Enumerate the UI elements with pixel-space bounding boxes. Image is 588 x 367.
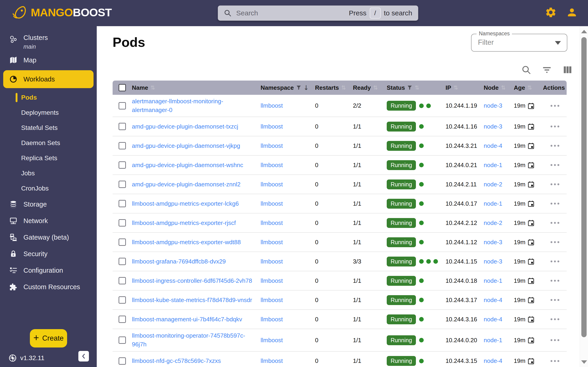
column-header-node[interactable]: Node⇅ — [484, 84, 514, 91]
pod-namespace-link[interactable]: llmboost — [260, 162, 283, 168]
status-badge[interactable]: Running — [387, 199, 416, 209]
pod-namespace-link[interactable]: llmboost — [260, 297, 283, 303]
sidebar-item-cronjobs[interactable]: CronJobs — [0, 181, 97, 196]
status-badge[interactable]: Running — [387, 237, 416, 247]
pod-name-link[interactable]: amd-gpu-device-plugin-daemonset-znnl2 — [132, 181, 241, 188]
row-checkbox[interactable] — [119, 102, 126, 109]
scroll-down-arrow-icon[interactable] — [581, 360, 587, 364]
status-badge[interactable]: Running — [387, 122, 416, 132]
pod-namespace-link[interactable]: llmboost — [260, 277, 283, 284]
column-header-age[interactable]: Age⇅ — [514, 84, 543, 91]
sidebar-item-stateful-sets[interactable]: Stateful Sets — [0, 120, 97, 135]
row-checkbox[interactable] — [119, 142, 126, 150]
pod-name-link[interactable]: llmboost-nfd-gc-c578c569c-7xzxs — [132, 357, 221, 364]
status-badge[interactable]: Running — [387, 218, 416, 228]
pod-namespace-link[interactable]: llmboost — [260, 123, 283, 130]
pod-name-link[interactable]: alertmanager-llmboost-monitoring-alertma… — [132, 98, 223, 113]
filter-funnel-icon[interactable] — [407, 85, 412, 90]
sort-icon[interactable]: ⇅ — [373, 84, 378, 91]
pod-node-link[interactable]: node-1 — [484, 162, 502, 168]
pod-node-link[interactable]: node-1 — [484, 337, 502, 344]
column-header-ready[interactable]: Ready⇅ — [353, 84, 387, 91]
pod-node-link[interactable]: node-4 — [484, 297, 502, 303]
column-header-name[interactable]: Name⇅ — [132, 84, 260, 91]
row-checkbox[interactable] — [119, 238, 126, 246]
status-badge[interactable]: Running — [387, 179, 416, 189]
pod-node-link[interactable]: node-1 — [484, 277, 502, 284]
status-badge[interactable]: Running — [387, 160, 416, 170]
sort-icon[interactable]: ⇅ — [527, 84, 532, 91]
sidebar-item-gateway[interactable]: Gateway (beta) — [0, 229, 97, 246]
pod-node-link[interactable]: node-4 — [484, 316, 502, 323]
pod-name-link[interactable]: amd-gpu-device-plugin-daemonset-vjkpg — [132, 142, 240, 149]
pod-namespace-link[interactable]: llmboost — [260, 219, 283, 226]
pod-namespace-link[interactable]: llmboost — [260, 200, 283, 207]
pod-node-link[interactable]: node-4 — [484, 142, 502, 149]
sidebar-item-jobs[interactable]: Jobs — [0, 166, 97, 181]
row-actions-menu[interactable] — [543, 105, 567, 107]
row-actions-menu[interactable] — [543, 145, 567, 147]
pod-name-link[interactable]: amd-gpu-device-plugin-daemonset-txzcj — [132, 123, 238, 130]
status-badge[interactable]: Running — [387, 335, 416, 345]
pod-name-link[interactable]: llmboost-ingress-controller-6df67f45d6-2… — [132, 277, 252, 284]
row-checkbox[interactable] — [119, 258, 126, 265]
row-checkbox[interactable] — [119, 181, 126, 188]
select-all-checkbox[interactable] — [119, 84, 126, 91]
pod-node-link[interactable]: node-4 — [484, 357, 502, 364]
sidebar-item-pods[interactable]: Pods — [0, 90, 97, 105]
row-checkbox[interactable] — [119, 296, 126, 304]
pod-name-link[interactable]: llmboost-management-ui-7b4f64c7-bdqkv — [132, 316, 242, 323]
filter-funnel-icon[interactable] — [296, 85, 301, 90]
pod-namespace-link[interactable]: llmboost — [260, 316, 283, 323]
column-header-namespace[interactable]: Namespace ↓ — [260, 84, 315, 92]
row-actions-menu[interactable] — [543, 280, 567, 282]
sidebar-item-storage[interactable]: Storage — [0, 196, 97, 213]
row-checkbox[interactable] — [119, 336, 126, 344]
pod-node-link[interactable]: node-3 — [484, 102, 502, 109]
pod-namespace-link[interactable]: llmboost — [260, 357, 283, 364]
sidebar-item-security[interactable]: Security — [0, 246, 97, 262]
sort-icon[interactable]: ⇅ — [341, 84, 346, 91]
sidebar-collapse-button[interactable] — [78, 351, 89, 361]
create-button[interactable]: + Create — [30, 329, 67, 348]
pod-node-link[interactable]: node-1 — [484, 200, 502, 207]
pod-namespace-link[interactable]: llmboost — [260, 142, 283, 149]
sidebar-item-map[interactable]: Map — [0, 52, 97, 68]
global-search-input[interactable]: Search Press / to search — [218, 6, 418, 21]
row-actions-menu[interactable] — [543, 360, 567, 362]
row-actions-menu[interactable] — [543, 203, 567, 205]
pod-namespace-link[interactable]: llmboost — [260, 239, 283, 246]
pod-node-link[interactable]: node-2 — [484, 219, 502, 226]
row-actions-menu[interactable] — [543, 241, 567, 243]
column-header-status[interactable]: Status ⇅ — [387, 84, 446, 91]
column-header-restarts[interactable]: Restarts⇅ — [315, 84, 353, 91]
status-badge[interactable]: Running — [387, 314, 416, 324]
sort-icon[interactable]: ⇅ — [415, 84, 419, 91]
sort-icon[interactable]: ⇅ — [501, 84, 506, 91]
sort-icon[interactable]: ⇅ — [150, 84, 155, 91]
table-filter-icon[interactable] — [542, 65, 552, 75]
pod-name-link[interactable]: llmboost-kube-state-metrics-f78d478d9-vn… — [132, 297, 252, 303]
scrollbar-thumb[interactable] — [581, 37, 587, 337]
status-badge[interactable]: Running — [387, 276, 416, 286]
row-checkbox[interactable] — [119, 316, 126, 323]
row-checkbox[interactable] — [119, 123, 126, 130]
user-profile-icon[interactable] — [566, 6, 578, 18]
row-actions-menu[interactable] — [543, 125, 567, 127]
sort-desc-icon[interactable]: ↓ — [303, 84, 309, 92]
pod-name-link[interactable]: amd-gpu-device-plugin-daemonset-wshnc — [132, 162, 243, 168]
column-header-ip[interactable]: IP⇅ — [446, 84, 484, 91]
row-checkbox[interactable] — [119, 161, 126, 169]
status-badge[interactable]: Running — [387, 141, 416, 151]
pod-node-link[interactable]: node-3 — [484, 123, 502, 130]
pod-namespace-link[interactable]: llmboost — [260, 337, 283, 344]
table-columns-icon[interactable] — [562, 65, 573, 75]
row-actions-menu[interactable] — [543, 299, 567, 301]
pod-name-link[interactable]: llmboost-grafana-7694dffcb8-dvx29 — [132, 258, 226, 265]
row-checkbox[interactable] — [119, 357, 126, 365]
row-actions-menu[interactable] — [543, 222, 567, 224]
pod-namespace-link[interactable]: llmboost — [260, 258, 283, 265]
sidebar-item-network[interactable]: Network — [0, 213, 97, 229]
scroll-up-arrow-icon[interactable] — [581, 30, 587, 33]
pod-name-link[interactable]: llmboost-amdgpu-metrics-exporter-lckg6 — [132, 200, 239, 207]
